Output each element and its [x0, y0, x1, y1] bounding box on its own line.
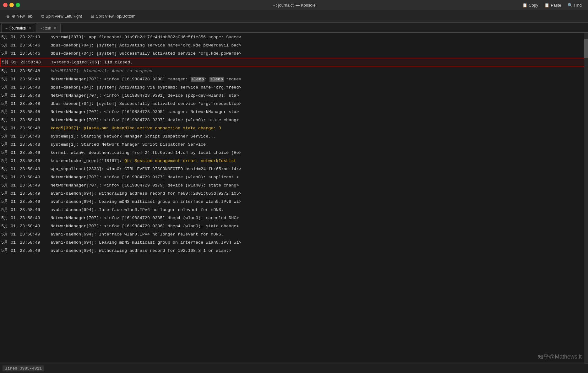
log-month: 5月	[1, 173, 11, 181]
log-time: 23:58:49	[20, 157, 48, 165]
log-month: 5月	[1, 67, 11, 75]
log-msg: NetworkManager[707]: <info> [1619884728.…	[51, 108, 587, 116]
log-date: 01	[11, 157, 19, 165]
log-month: 5月	[1, 206, 11, 214]
log-time: 23:58:48	[20, 116, 48, 124]
log-date: 01	[11, 92, 19, 100]
log-msg: avahi-daemon[694]: Withdrawing address r…	[51, 247, 587, 255]
log-time: 23:58:48	[20, 108, 48, 116]
log-time: 23:58:48	[20, 75, 48, 84]
log-date: 01	[11, 41, 19, 50]
log-month: 5月	[1, 181, 11, 190]
log-date: 01	[11, 247, 19, 255]
close-button[interactable]	[3, 3, 8, 7]
log-line: 5月0123:58:49NetworkManager[707]: <info> …	[0, 173, 588, 181]
log-date: 01	[11, 116, 19, 124]
split-lr-button[interactable]: ⧉ Split View Left/Right	[38, 13, 85, 20]
log-month: 5月	[1, 149, 11, 157]
log-line: 5月0123:58:49NetworkManager[707]: <info> …	[0, 181, 588, 190]
log-date: 01	[11, 222, 19, 230]
log-msg: NetworkManager[707]: <info> [1619884728.…	[51, 75, 587, 84]
log-line: 5月0123:58:49wpa_supplicant[2333]: wlan0:…	[0, 165, 588, 173]
find-button[interactable]: 🔍 Find	[568, 3, 582, 8]
log-month: 5月	[1, 239, 11, 247]
log-month: 5月	[1, 50, 11, 58]
log-date: 01	[11, 67, 19, 75]
log-time: 23:58:49	[20, 222, 48, 230]
copy-button[interactable]: 📋 Copy	[522, 3, 538, 8]
tab-close-zsh[interactable]: ✕	[54, 26, 57, 30]
tab-zsh[interactable]: ~ : zsh ✕	[36, 24, 61, 32]
titlebar-actions: 📋 Copy 📋 Paste 🔍 Find	[522, 3, 582, 8]
log-date: 01	[11, 141, 19, 149]
log-time: 23:58:48	[20, 141, 48, 149]
log-month: 5月	[1, 190, 11, 198]
log-line: 5月0123:58:49avahi-daemon[694]: Interface…	[0, 230, 588, 239]
log-date: 01	[11, 181, 19, 190]
log-time: 23:58:49	[20, 239, 48, 247]
log-month: 5月	[1, 247, 11, 255]
tab-close-journalctl[interactable]: ✕	[28, 26, 31, 30]
log-date: 01	[11, 124, 19, 132]
log-line: 5月0123:58:48systemd[1]: Starting Network…	[0, 132, 588, 141]
log-msg: NetworkManager[707]: <info> [1619884729.…	[51, 181, 587, 190]
log-time: 23:58:48	[20, 58, 49, 67]
maximize-button[interactable]	[16, 3, 20, 7]
log-date: 01	[11, 149, 19, 157]
log-date: 01	[11, 33, 19, 41]
log-time: 23:58:49	[20, 214, 48, 222]
log-date: 01	[11, 239, 19, 247]
log-time: 23:58:49	[20, 149, 48, 157]
log-line: 5月0123:58:49avahi-daemon[694]: Leaving m…	[0, 239, 588, 247]
log-msg: NetworkManager[707]: <info> [1619884728.…	[51, 116, 587, 124]
paste-button[interactable]: 📋 Paste	[544, 3, 561, 8]
log-msg: wpa_supplicant[2333]: wlan0: CTRL-EVENT-…	[51, 165, 587, 173]
menubar: ⊕ ⊕ New Tab ⧉ Split View Left/Right ⊟ Sp…	[0, 10, 588, 23]
log-time: 23:58:46	[20, 41, 48, 50]
log-time: 23:58:49	[20, 198, 48, 206]
log-line: 5月0123:58:48NetworkManager[707]: <info> …	[0, 108, 588, 116]
log-msg: avahi-daemon[694]: Interface wlan0.IPv4 …	[51, 230, 587, 239]
log-date: 01	[11, 100, 19, 108]
split-tb-button[interactable]: ⊟ Split View Top/Bottom	[88, 13, 139, 20]
scrollbar-track[interactable]	[584, 33, 588, 364]
log-date: 01	[11, 75, 19, 84]
log-date: 01	[11, 214, 19, 222]
log-line: 5月0123:58:49NetworkManager[707]: <info> …	[0, 222, 588, 230]
new-tab-button[interactable]: ⊕ ⊕ New Tab	[3, 13, 35, 20]
window-title: ~ : journalctl — Konsole	[272, 3, 316, 8]
log-date: 01	[11, 230, 19, 239]
log-month: 5月	[1, 214, 11, 222]
log-month: 5月	[1, 124, 11, 132]
log-line: 5月0123:58:49NetworkManager[707]: <info> …	[0, 214, 588, 222]
log-time: 23:58:46	[20, 50, 48, 58]
log-month: 5月	[1, 84, 11, 92]
log-date: 01	[11, 132, 19, 141]
log-month: 5月	[1, 165, 11, 173]
log-time: 23:58:48	[20, 92, 48, 100]
log-msg: kded5[3937]: bluedevil: About to suspend	[51, 67, 587, 75]
minimize-button[interactable]	[9, 3, 14, 7]
log-msg: avahi-daemon[694]: Leaving mDNS multicas…	[51, 198, 587, 206]
log-time: 23:58:49	[20, 181, 48, 190]
log-time: 23:58:49	[20, 230, 48, 239]
log-msg: NetworkManager[707]: <info> [1619884729.…	[51, 173, 587, 181]
log-line: 5月0123:58:48kded5[3937]: bluedevil: Abou…	[0, 67, 588, 75]
log-time: 23:58:48	[20, 84, 48, 92]
log-msg: systemd[3870]: app-flameshot-91a9fb2d17f…	[51, 33, 587, 41]
log-time: 23:58:48	[20, 124, 48, 132]
log-month: 5月	[1, 92, 11, 100]
log-line: 5月0123:58:48NetworkManager[707]: <info> …	[0, 75, 588, 84]
tab-journalctl[interactable]: ~ : journalctl ✕	[1, 24, 35, 32]
titlebar: ~ : journalctl — Konsole 📋 Copy 📋 Paste …	[0, 0, 588, 10]
log-line: 5月0123:58:48systemd-logind[736]: Lid clo…	[0, 58, 588, 67]
log-month: 5月	[1, 108, 11, 116]
log-time: 23:58:49	[20, 247, 48, 255]
log-date: 01	[11, 108, 19, 116]
scrollbar-thumb[interactable]	[584, 39, 588, 58]
log-date: 01	[11, 206, 19, 214]
log-month: 5月	[1, 132, 11, 141]
log-time: 23:58:49	[20, 190, 48, 198]
statusbar: lines 3985-4011	[0, 364, 588, 373]
log-msg: NetworkManager[707]: <info> [1619884728.…	[51, 92, 587, 100]
